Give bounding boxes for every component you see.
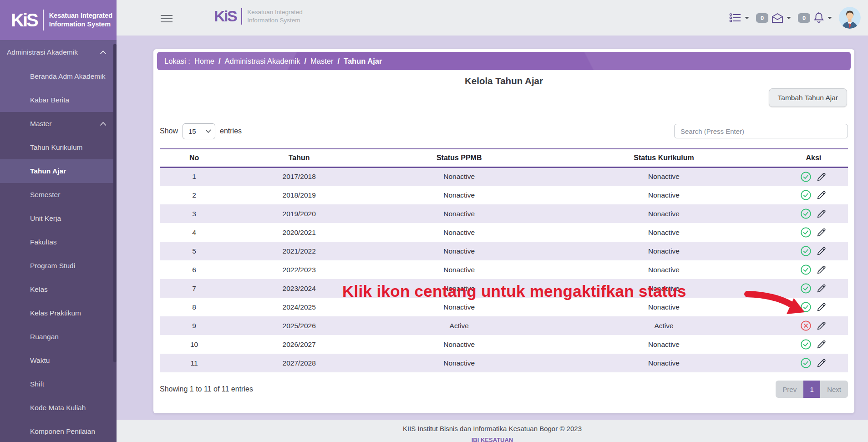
sidebar-item-label: Administrasi Akademik xyxy=(7,48,78,56)
check-circle-icon[interactable] xyxy=(800,301,812,313)
sidebar-item-kabar-berita[interactable]: Kabar Berita xyxy=(0,88,117,112)
edit-pencil-icon[interactable] xyxy=(816,245,827,257)
hamburger-menu-icon[interactable] xyxy=(161,13,173,25)
edit-pencil-icon[interactable] xyxy=(816,283,827,294)
action-buttons xyxy=(800,171,827,183)
edit-pencil-icon[interactable] xyxy=(816,339,827,350)
check-circle-icon[interactable] xyxy=(800,171,812,183)
cell-no: 9 xyxy=(160,316,228,335)
next-page-button[interactable]: Next xyxy=(820,381,848,398)
show-label: Show xyxy=(160,127,178,135)
breadcrumb-prefix: Lokasi : xyxy=(164,57,190,66)
pagination-info: Showing 1 to 11 of 11 entries xyxy=(160,385,253,393)
sidebar-item-semester[interactable]: Semester xyxy=(0,183,117,207)
sidebar-item-unit-kerja[interactable]: Unit Kerja xyxy=(0,207,117,230)
sidebar-item-administrasi-akademik[interactable]: Administrasi Akademik xyxy=(0,40,117,65)
edit-pencil-icon[interactable] xyxy=(816,301,827,313)
notifications-dropdown[interactable]: 0 xyxy=(798,12,832,24)
sidebar-item-waktu[interactable]: Waktu xyxy=(0,349,117,372)
edit-pencil-icon[interactable] xyxy=(816,208,827,219)
sidebar-item-ruangan[interactable]: Ruangan xyxy=(0,325,117,349)
top-navbar: KiS Kesatuan Integrated Information Syst… xyxy=(117,0,868,36)
cell-status-kurikulum: Nonactive xyxy=(548,354,779,372)
annotation-text: Klik ikon centang untuk mengaktifkan sta… xyxy=(342,282,686,300)
sidebar-item-kelas[interactable]: Kelas xyxy=(0,278,117,301)
user-avatar[interactable] xyxy=(839,7,861,29)
sidebar-item-label: Waktu xyxy=(30,356,50,365)
cell-status-ppmb: Active xyxy=(370,316,548,335)
prev-page-button[interactable]: Prev xyxy=(776,381,803,398)
check-circle-icon[interactable] xyxy=(800,357,812,369)
cell-no: 2 xyxy=(160,186,228,204)
sidebar-item-label: Kode Mata Kuliah xyxy=(30,404,86,412)
cell-tahun: 2021/2022 xyxy=(228,242,370,260)
breadcrumb-separator: / xyxy=(338,57,340,66)
check-circle-icon[interactable] xyxy=(800,339,812,350)
check-circle-icon[interactable] xyxy=(800,264,812,275)
table-row-2017-2018: 12017/2018NonactiveNonactive xyxy=(160,167,848,186)
cell-tahun: 2022/2023 xyxy=(228,260,370,279)
table-row-2025-2026: 92025/2026ActiveActive xyxy=(160,316,848,335)
sidebar-item-kode-mata-kuliah[interactable]: Kode Mata Kuliah xyxy=(0,396,117,420)
page-title: Kelola Tahun Ajar xyxy=(153,76,854,86)
sidebar-item-shift[interactable]: Shift xyxy=(0,372,117,396)
cell-aksi xyxy=(779,316,848,335)
add-tahun-ajar-button[interactable]: Tambah Tahun Ajar xyxy=(769,88,847,107)
sidebar-item-komponen-penilaian[interactable]: Komponen Penilaian xyxy=(0,420,117,442)
edit-pencil-icon[interactable] xyxy=(816,227,827,238)
cell-tahun: 2017/2018 xyxy=(228,167,370,186)
sidebar-item-program-studi[interactable]: Program Studi xyxy=(0,254,117,278)
sidebar-item-tahun-kurikulum[interactable]: Tahun Kurikulum xyxy=(0,136,117,159)
bell-icon xyxy=(813,12,824,24)
cell-tahun: 2019/2020 xyxy=(228,204,370,223)
cell-status-ppmb: Nonactive xyxy=(370,242,548,260)
check-circle-icon[interactable] xyxy=(800,227,812,238)
edit-pencil-icon[interactable] xyxy=(816,189,827,201)
action-buttons xyxy=(800,320,827,331)
cell-status-kurikulum: Nonactive xyxy=(548,335,779,354)
sidebar-item-label: Semester xyxy=(30,191,60,199)
check-circle-icon[interactable] xyxy=(800,283,812,294)
message-count-badge: 0 xyxy=(756,13,768,23)
table-row-2021-2022: 52021/2022NonactiveNonactive xyxy=(160,242,848,260)
edit-pencil-icon[interactable] xyxy=(816,357,827,369)
breadcrumb-home[interactable]: Home xyxy=(194,57,214,66)
page-size-select[interactable]: 15 xyxy=(183,123,215,139)
tasks-dropdown[interactable] xyxy=(729,13,749,23)
x-circle-icon[interactable] xyxy=(800,320,812,331)
footer-link[interactable]: IBI KESATUAN xyxy=(117,437,868,442)
action-buttons xyxy=(800,264,827,275)
edit-pencil-icon[interactable] xyxy=(816,264,827,275)
search-input[interactable] xyxy=(674,124,848,138)
sidebar-item-master[interactable]: Master xyxy=(0,112,117,136)
cell-aksi xyxy=(779,204,848,223)
check-circle-icon[interactable] xyxy=(800,245,812,257)
cell-status-kurikulum: Active xyxy=(548,316,779,335)
sidebar-item-label: Ruangan xyxy=(30,333,59,341)
edit-pencil-icon[interactable] xyxy=(816,320,827,331)
cell-status-ppmb: Nonactive xyxy=(370,204,548,223)
sidebar-item-fakultas[interactable]: Fakultas xyxy=(0,230,117,254)
check-circle-icon[interactable] xyxy=(800,208,812,219)
sidebar-item-tahun-ajar[interactable]: Tahun Ajar xyxy=(0,159,117,183)
sidebar-item-beranda-adm-akademik[interactable]: Beranda Adm Akademik xyxy=(0,65,117,88)
sidebar-item-kelas-praktikum[interactable]: Kelas Praktikum xyxy=(0,301,117,325)
cell-status-ppmb: Nonactive xyxy=(370,167,548,186)
sidebar-brand: KiS Kesatuan Integrated Information Syst… xyxy=(0,0,117,40)
edit-pencil-icon[interactable] xyxy=(816,171,827,183)
breadcrumb-master[interactable]: Master xyxy=(310,57,333,66)
check-circle-icon[interactable] xyxy=(800,189,812,201)
sidebar-scrollbar[interactable] xyxy=(113,44,117,362)
breadcrumb-administrasi-akademik[interactable]: Administrasi Akademik xyxy=(224,57,300,66)
table-row-2026-2027: 102026/2027NonactiveNonactive xyxy=(160,335,848,354)
current-page-button[interactable]: 1 xyxy=(803,381,820,398)
sidebar-item-label: Shift xyxy=(30,380,44,388)
sidebar-item-label: Komponen Penilaian xyxy=(30,427,95,436)
cell-status-ppmb: Nonactive xyxy=(370,298,548,316)
column-header-no: No xyxy=(160,149,228,167)
cell-tahun: 2027/2028 xyxy=(228,354,370,372)
messages-dropdown[interactable]: 0 xyxy=(756,13,791,23)
main-card: Lokasi : Home/Administrasi Akademik/Mast… xyxy=(153,49,854,413)
sidebar-item-label: Beranda Adm Akademik xyxy=(30,72,105,81)
cell-no: 11 xyxy=(160,354,228,372)
